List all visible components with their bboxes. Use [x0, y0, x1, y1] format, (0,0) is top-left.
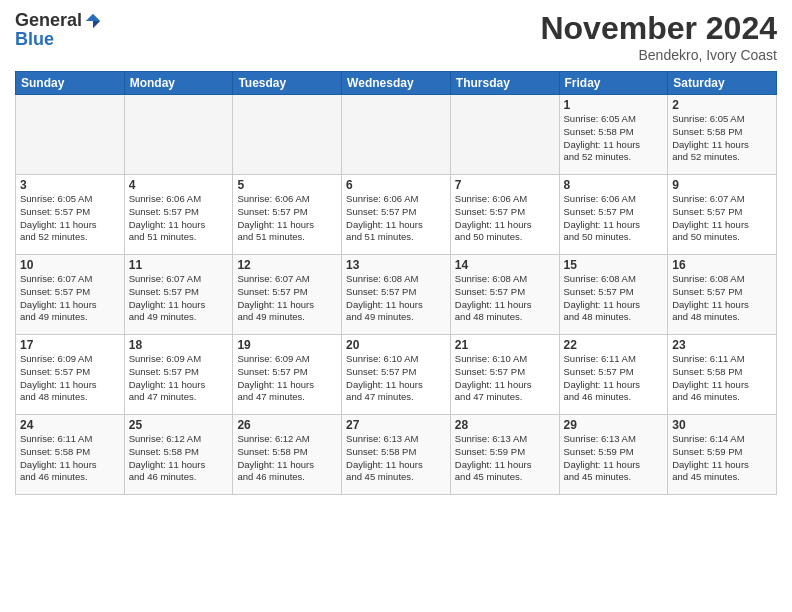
day-number: 18	[129, 338, 229, 352]
logo-general: General	[15, 10, 82, 31]
day-number: 16	[672, 258, 772, 272]
day-number: 17	[20, 338, 120, 352]
calendar-week-4: 24Sunrise: 6:11 AM Sunset: 5:58 PM Dayli…	[16, 415, 777, 495]
day-info: Sunrise: 6:12 AM Sunset: 5:58 PM Dayligh…	[237, 433, 337, 484]
calendar-cell: 16Sunrise: 6:08 AM Sunset: 5:57 PM Dayli…	[668, 255, 777, 335]
day-number: 28	[455, 418, 555, 432]
day-info: Sunrise: 6:06 AM Sunset: 5:57 PM Dayligh…	[455, 193, 555, 244]
day-info: Sunrise: 6:12 AM Sunset: 5:58 PM Dayligh…	[129, 433, 229, 484]
calendar-cell: 30Sunrise: 6:14 AM Sunset: 5:59 PM Dayli…	[668, 415, 777, 495]
day-number: 6	[346, 178, 446, 192]
calendar: SundayMondayTuesdayWednesdayThursdayFrid…	[15, 71, 777, 495]
day-number: 26	[237, 418, 337, 432]
calendar-cell: 21Sunrise: 6:10 AM Sunset: 5:57 PM Dayli…	[450, 335, 559, 415]
day-info: Sunrise: 6:07 AM Sunset: 5:57 PM Dayligh…	[129, 273, 229, 324]
calendar-cell: 26Sunrise: 6:12 AM Sunset: 5:58 PM Dayli…	[233, 415, 342, 495]
calendar-cell	[233, 95, 342, 175]
day-info: Sunrise: 6:06 AM Sunset: 5:57 PM Dayligh…	[237, 193, 337, 244]
calendar-header-saturday: Saturday	[668, 72, 777, 95]
day-info: Sunrise: 6:13 AM Sunset: 5:59 PM Dayligh…	[564, 433, 664, 484]
calendar-cell: 15Sunrise: 6:08 AM Sunset: 5:57 PM Dayli…	[559, 255, 668, 335]
calendar-header-tuesday: Tuesday	[233, 72, 342, 95]
day-info: Sunrise: 6:08 AM Sunset: 5:57 PM Dayligh…	[672, 273, 772, 324]
calendar-header-wednesday: Wednesday	[342, 72, 451, 95]
calendar-cell: 3Sunrise: 6:05 AM Sunset: 5:57 PM Daylig…	[16, 175, 125, 255]
calendar-cell: 8Sunrise: 6:06 AM Sunset: 5:57 PM Daylig…	[559, 175, 668, 255]
day-info: Sunrise: 6:08 AM Sunset: 5:57 PM Dayligh…	[346, 273, 446, 324]
day-number: 11	[129, 258, 229, 272]
calendar-cell: 23Sunrise: 6:11 AM Sunset: 5:58 PM Dayli…	[668, 335, 777, 415]
day-number: 20	[346, 338, 446, 352]
day-number: 30	[672, 418, 772, 432]
calendar-cell: 22Sunrise: 6:11 AM Sunset: 5:57 PM Dayli…	[559, 335, 668, 415]
calendar-cell	[450, 95, 559, 175]
calendar-header-row: SundayMondayTuesdayWednesdayThursdayFrid…	[16, 72, 777, 95]
calendar-week-1: 3Sunrise: 6:05 AM Sunset: 5:57 PM Daylig…	[16, 175, 777, 255]
day-info: Sunrise: 6:13 AM Sunset: 5:59 PM Dayligh…	[455, 433, 555, 484]
day-number: 13	[346, 258, 446, 272]
day-info: Sunrise: 6:09 AM Sunset: 5:57 PM Dayligh…	[237, 353, 337, 404]
calendar-header-friday: Friday	[559, 72, 668, 95]
day-number: 19	[237, 338, 337, 352]
calendar-cell: 10Sunrise: 6:07 AM Sunset: 5:57 PM Dayli…	[16, 255, 125, 335]
calendar-cell: 12Sunrise: 6:07 AM Sunset: 5:57 PM Dayli…	[233, 255, 342, 335]
day-number: 2	[672, 98, 772, 112]
day-info: Sunrise: 6:06 AM Sunset: 5:57 PM Dayligh…	[564, 193, 664, 244]
calendar-cell: 17Sunrise: 6:09 AM Sunset: 5:57 PM Dayli…	[16, 335, 125, 415]
day-info: Sunrise: 6:11 AM Sunset: 5:58 PM Dayligh…	[672, 353, 772, 404]
page: General Blue November 2024 Bendekro, Ivo…	[0, 0, 792, 612]
day-info: Sunrise: 6:06 AM Sunset: 5:57 PM Dayligh…	[346, 193, 446, 244]
day-info: Sunrise: 6:05 AM Sunset: 5:57 PM Dayligh…	[20, 193, 120, 244]
day-info: Sunrise: 6:07 AM Sunset: 5:57 PM Dayligh…	[672, 193, 772, 244]
day-info: Sunrise: 6:07 AM Sunset: 5:57 PM Dayligh…	[20, 273, 120, 324]
logo-text: General	[15, 10, 102, 31]
day-info: Sunrise: 6:14 AM Sunset: 5:59 PM Dayligh…	[672, 433, 772, 484]
calendar-header-monday: Monday	[124, 72, 233, 95]
day-info: Sunrise: 6:10 AM Sunset: 5:57 PM Dayligh…	[346, 353, 446, 404]
calendar-cell: 9Sunrise: 6:07 AM Sunset: 5:57 PM Daylig…	[668, 175, 777, 255]
calendar-cell: 1Sunrise: 6:05 AM Sunset: 5:58 PM Daylig…	[559, 95, 668, 175]
day-info: Sunrise: 6:11 AM Sunset: 5:57 PM Dayligh…	[564, 353, 664, 404]
day-number: 9	[672, 178, 772, 192]
day-info: Sunrise: 6:05 AM Sunset: 5:58 PM Dayligh…	[564, 113, 664, 164]
day-info: Sunrise: 6:10 AM Sunset: 5:57 PM Dayligh…	[455, 353, 555, 404]
day-info: Sunrise: 6:09 AM Sunset: 5:57 PM Dayligh…	[20, 353, 120, 404]
calendar-cell: 13Sunrise: 6:08 AM Sunset: 5:57 PM Dayli…	[342, 255, 451, 335]
calendar-cell: 29Sunrise: 6:13 AM Sunset: 5:59 PM Dayli…	[559, 415, 668, 495]
day-number: 3	[20, 178, 120, 192]
day-info: Sunrise: 6:08 AM Sunset: 5:57 PM Dayligh…	[564, 273, 664, 324]
day-info: Sunrise: 6:08 AM Sunset: 5:57 PM Dayligh…	[455, 273, 555, 324]
day-info: Sunrise: 6:09 AM Sunset: 5:57 PM Dayligh…	[129, 353, 229, 404]
day-number: 1	[564, 98, 664, 112]
calendar-cell: 20Sunrise: 6:10 AM Sunset: 5:57 PM Dayli…	[342, 335, 451, 415]
day-number: 14	[455, 258, 555, 272]
calendar-cell: 2Sunrise: 6:05 AM Sunset: 5:58 PM Daylig…	[668, 95, 777, 175]
calendar-header-thursday: Thursday	[450, 72, 559, 95]
calendar-header-sunday: Sunday	[16, 72, 125, 95]
calendar-cell: 25Sunrise: 6:12 AM Sunset: 5:58 PM Dayli…	[124, 415, 233, 495]
calendar-week-0: 1Sunrise: 6:05 AM Sunset: 5:58 PM Daylig…	[16, 95, 777, 175]
month-title: November 2024	[540, 10, 777, 47]
day-number: 23	[672, 338, 772, 352]
calendar-cell: 27Sunrise: 6:13 AM Sunset: 5:58 PM Dayli…	[342, 415, 451, 495]
day-number: 15	[564, 258, 664, 272]
logo-icon	[84, 12, 102, 30]
day-number: 22	[564, 338, 664, 352]
calendar-cell: 14Sunrise: 6:08 AM Sunset: 5:57 PM Dayli…	[450, 255, 559, 335]
calendar-cell: 4Sunrise: 6:06 AM Sunset: 5:57 PM Daylig…	[124, 175, 233, 255]
calendar-cell: 19Sunrise: 6:09 AM Sunset: 5:57 PM Dayli…	[233, 335, 342, 415]
day-info: Sunrise: 6:11 AM Sunset: 5:58 PM Dayligh…	[20, 433, 120, 484]
calendar-cell: 24Sunrise: 6:11 AM Sunset: 5:58 PM Dayli…	[16, 415, 125, 495]
calendar-cell: 6Sunrise: 6:06 AM Sunset: 5:57 PM Daylig…	[342, 175, 451, 255]
calendar-cell: 11Sunrise: 6:07 AM Sunset: 5:57 PM Dayli…	[124, 255, 233, 335]
header: General Blue November 2024 Bendekro, Ivo…	[15, 10, 777, 63]
day-number: 7	[455, 178, 555, 192]
svg-marker-0	[86, 13, 100, 20]
day-info: Sunrise: 6:05 AM Sunset: 5:58 PM Dayligh…	[672, 113, 772, 164]
day-number: 27	[346, 418, 446, 432]
title-section: November 2024 Bendekro, Ivory Coast	[540, 10, 777, 63]
calendar-cell	[124, 95, 233, 175]
calendar-cell	[16, 95, 125, 175]
calendar-week-2: 10Sunrise: 6:07 AM Sunset: 5:57 PM Dayli…	[16, 255, 777, 335]
calendar-cell: 7Sunrise: 6:06 AM Sunset: 5:57 PM Daylig…	[450, 175, 559, 255]
